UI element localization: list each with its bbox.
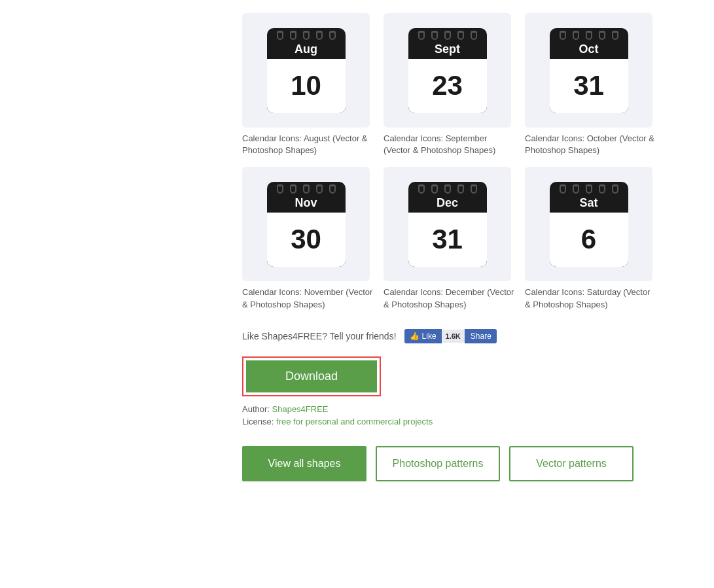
license-row: License: free for personal and commercia… [242,417,714,426]
cal-day-sept: 23 [408,59,487,113]
item-title-nov: Calendar Icons: November (Vector & Photo… [242,286,373,310]
item-title-sat: Calendar Icons: Saturday (Vector & Photo… [525,286,656,310]
social-row: Like Shapes4FREE? Tell your friends! 👍 L… [242,329,714,343]
fb-like-label: Like [422,332,437,341]
cal-rings-oct [550,28,628,41]
cal-month-sept: Sept [408,41,487,59]
calendar-item-sept: Sept 23 Calendar Icons: September (Vecto… [384,13,514,156]
calendar-icon-aug: Aug 10 [267,28,346,113]
cal-rings-sat [550,182,628,195]
cal-rings-nov [267,182,346,195]
calendar-row-2: Nov 30 Calendar Icons: November (Vector … [242,167,714,310]
fb-thumbs-icon: 👍 [410,332,419,341]
download-highlight-border: Download [242,356,381,396]
cal-rings [267,28,346,41]
calendar-item-oct: Oct 31 Calendar Icons: October (Vector &… [525,13,656,156]
cal-day-aug: 10 [267,59,346,113]
calendar-card-nov[interactable]: Nov 30 [242,167,370,281]
vector-patterns-button[interactable]: Vector patterns [509,446,634,481]
cal-month-nov: Nov [267,195,346,213]
calendar-icon-nov: Nov 30 [267,182,346,267]
calendar-icon-sat: Sat 6 [550,182,628,267]
license-label: License: [242,417,276,426]
social-label: Like Shapes4FREE? Tell your friends! [242,331,397,341]
calendar-item-dec: Dec 31 Calendar Icons: December (Vector … [384,167,514,310]
item-title-sept: Calendar Icons: September (Vector & Phot… [384,133,514,156]
calendar-card-oct[interactable]: Oct 31 [525,13,652,128]
calendar-item-sat: Sat 6 Calendar Icons: Saturday (Vector &… [525,167,656,310]
cal-rings-dec [408,182,487,195]
cal-month-dec: Dec [408,195,487,213]
item-title-aug: Calendar Icons: August (Vector & Photosh… [242,133,373,156]
download-button[interactable]: Download [246,360,377,392]
fb-like-count: 1.6K [442,330,465,343]
cal-day-nov: 30 [267,213,346,267]
license-link[interactable]: free for personal and commercial project… [276,417,433,426]
fb-like-button[interactable]: 👍 Like 1.6K Share [404,329,497,343]
calendar-card-aug[interactable]: Aug 10 [242,13,370,128]
calendar-icon-oct: Oct 31 [550,28,628,113]
cal-month-oct: Oct [550,41,628,59]
calendar-item-nov: Nov 30 Calendar Icons: November (Vector … [242,167,373,310]
fb-share-label[interactable]: Share [465,329,497,343]
cal-rings-sept [408,28,487,41]
cal-month-sat: Sat [550,195,628,213]
view-all-shapes-button[interactable]: View all shapes [242,446,366,481]
cal-day-dec: 31 [408,213,487,267]
page-container: Aug 10 Calendar Icons: August (Vector & … [0,0,714,508]
photoshop-patterns-button[interactable]: Photoshop patterns [376,446,500,481]
calendar-card-sat[interactable]: Sat 6 [525,167,652,281]
item-title-oct: Calendar Icons: October (Vector & Photos… [525,133,656,156]
calendar-card-sept[interactable]: Sept 23 [384,13,511,128]
item-title-dec: Calendar Icons: December (Vector & Photo… [384,286,514,310]
calendar-card-dec[interactable]: Dec 31 [384,167,511,281]
cal-day-sat: 6 [550,213,628,267]
calendar-item-aug: Aug 10 Calendar Icons: August (Vector & … [242,13,373,156]
cal-month-aug: Aug [267,41,346,59]
calendar-row-1: Aug 10 Calendar Icons: August (Vector & … [242,13,714,156]
calendar-icon-sept: Sept 23 [408,28,487,113]
cal-day-oct: 31 [550,59,628,113]
author-link[interactable]: Shapes4FREE [272,404,329,414]
calendar-icon-dec: Dec 31 [408,182,487,267]
author-row: Author: Shapes4FREE [242,404,714,414]
footer-buttons: View all shapes Photoshop patterns Vecto… [242,446,714,481]
author-label: Author: [242,404,272,414]
